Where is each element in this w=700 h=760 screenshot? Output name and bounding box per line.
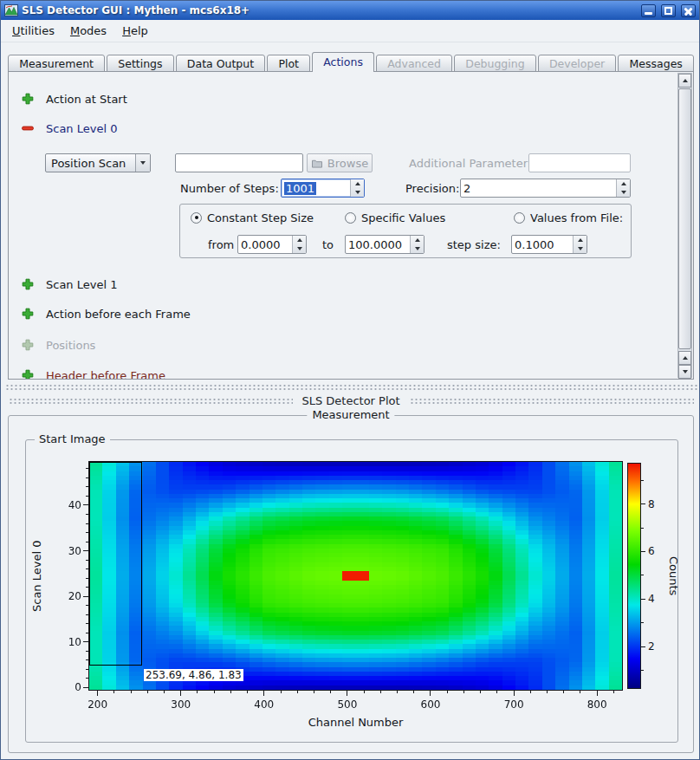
x-tick-label: 200 bbox=[81, 698, 115, 711]
scan-mode-value: Position Scan bbox=[46, 154, 135, 172]
number-of-steps-spinbox[interactable]: 1001 bbox=[281, 179, 365, 198]
tab-settings[interactable]: Settings bbox=[107, 55, 174, 72]
additional-parameter-input[interactable] bbox=[528, 153, 631, 172]
x-axis-tick bbox=[347, 691, 347, 696]
spin-down-button[interactable] bbox=[351, 188, 364, 197]
x-axis-tick bbox=[597, 691, 598, 696]
number-of-steps-label: Number of Steps: bbox=[180, 182, 277, 195]
x-axis-minor-tick bbox=[247, 691, 248, 693]
spin-up-button[interactable] bbox=[574, 236, 587, 244]
tab-plot[interactable]: Plot bbox=[267, 55, 310, 72]
cursor-position-readout: 253.69, 4.86, 1.83 bbox=[144, 669, 243, 681]
radio-values-from-file[interactable]: Values from File: bbox=[514, 211, 623, 224]
expand-plus-icon-disabled bbox=[21, 338, 35, 352]
scroll-up-button-bottom[interactable] bbox=[678, 351, 691, 365]
y-axis-minor-tick bbox=[86, 605, 88, 606]
y-axis-minor-tick bbox=[86, 578, 88, 579]
colorbar-minor-tick bbox=[641, 528, 644, 529]
y-axis-minor-tick bbox=[86, 496, 88, 497]
splitter-handle[interactable] bbox=[4, 383, 697, 391]
colorbar-tick-label: 6 bbox=[648, 545, 667, 557]
x-axis-minor-tick bbox=[447, 691, 448, 693]
heatmap-canvas[interactable] bbox=[89, 462, 622, 690]
scan-level-1-row: Scan Level 1 bbox=[21, 276, 117, 292]
scan-mode-combobox[interactable]: Position Scan bbox=[45, 153, 151, 172]
scroll-up-button[interactable] bbox=[678, 74, 691, 88]
expand-plus-icon[interactable] bbox=[21, 277, 35, 291]
y-axis-minor-tick bbox=[86, 532, 88, 533]
expand-plus-icon[interactable] bbox=[21, 368, 35, 380]
scrollbar-thumb[interactable] bbox=[678, 88, 691, 349]
maximize-icon bbox=[664, 7, 672, 15]
x-tick-label: 700 bbox=[496, 698, 531, 711]
y-axis-minor-tick bbox=[86, 514, 88, 515]
from-spinbox[interactable]: 0.0000 bbox=[237, 235, 307, 254]
x-axis-minor-tick bbox=[397, 691, 398, 693]
tab-measurement[interactable]: Measurement bbox=[8, 55, 105, 72]
radio-values-from-file-label: Values from File: bbox=[530, 211, 623, 224]
expand-plus-icon[interactable] bbox=[21, 307, 35, 321]
x-axis-title: Channel Number bbox=[89, 716, 622, 729]
positions-row: Positions bbox=[21, 337, 95, 353]
vertical-scrollbar[interactable] bbox=[677, 73, 692, 378]
expand-plus-icon[interactable] bbox=[21, 92, 35, 106]
spin-up-button[interactable] bbox=[411, 236, 424, 244]
y-axis-title: Scan Level 0 bbox=[29, 461, 43, 691]
radio-constant-step-size[interactable]: Constant Step Size bbox=[191, 211, 314, 224]
plot-canvas-area[interactable]: 253.69, 4.86, 1.83 bbox=[88, 461, 623, 691]
x-axis-tick bbox=[263, 691, 264, 696]
minimize-button[interactable] bbox=[641, 4, 656, 17]
menu-utilities[interactable]: Utilities bbox=[4, 21, 62, 41]
x-axis-tick bbox=[180, 691, 181, 696]
collapse-minus-icon[interactable] bbox=[21, 121, 35, 135]
x-axis-tick bbox=[97, 691, 98, 696]
spin-down-button[interactable] bbox=[617, 188, 630, 197]
y-axis-tick bbox=[83, 550, 88, 551]
tab-actions[interactable]: Actions bbox=[312, 52, 374, 72]
precision-spinbox[interactable]: 2 bbox=[460, 179, 631, 198]
scroll-down-icon bbox=[683, 370, 688, 374]
y-axis-tick bbox=[83, 504, 88, 505]
radio-icon[interactable] bbox=[345, 212, 356, 224]
y-axis-minor-tick bbox=[86, 651, 88, 652]
x-axis-minor-tick bbox=[480, 691, 481, 693]
y-axis-minor-tick bbox=[86, 614, 88, 615]
tab-bar: MeasurementSettingsData OutputPlotAction… bbox=[8, 52, 694, 72]
spin-down-button[interactable] bbox=[293, 244, 306, 253]
x-tick-label: 400 bbox=[247, 698, 282, 711]
spin-up-button[interactable] bbox=[293, 236, 306, 244]
maximize-button[interactable] bbox=[661, 4, 676, 17]
spin-down-button[interactable] bbox=[574, 244, 587, 253]
radio-constant-step-size-label: Constant Step Size bbox=[207, 211, 314, 224]
radio-icon[interactable] bbox=[514, 212, 525, 224]
app-icon bbox=[4, 3, 18, 17]
plot-dock-titlebar: SLS Detector Plot bbox=[8, 393, 694, 408]
spin-down-button[interactable] bbox=[411, 244, 424, 253]
radio-specific-values[interactable]: Specific Values bbox=[345, 211, 445, 224]
to-spinbox[interactable]: 100.0000 bbox=[345, 235, 425, 254]
scroll-down-button[interactable] bbox=[678, 365, 691, 379]
tab-messages[interactable]: Messages bbox=[618, 55, 694, 72]
radio-icon[interactable] bbox=[191, 212, 202, 224]
close-button[interactable] bbox=[681, 4, 696, 17]
spin-up-button[interactable] bbox=[617, 179, 630, 188]
to-value: 100.0000 bbox=[346, 236, 410, 253]
colorbar-tick-label: 2 bbox=[648, 640, 667, 653]
colorbar-tick bbox=[641, 551, 645, 552]
detector-plot: 253.69, 4.86, 1.83 Channel Number Scan L… bbox=[26, 440, 677, 742]
radio-specific-values-label: Specific Values bbox=[361, 211, 445, 224]
y-axis-minor-tick bbox=[86, 468, 88, 469]
menu-modes[interactable]: Modes bbox=[62, 21, 114, 41]
x-axis-minor-tick bbox=[563, 691, 564, 693]
step-size-spinbox[interactable]: 0.1000 bbox=[511, 235, 587, 254]
tab-data-output[interactable]: Data Output bbox=[176, 55, 266, 72]
window-title: SLS Detector GUI : Mythen - mcs6x18+ bbox=[22, 4, 636, 16]
additional-parameter-label: Additional Parameter: bbox=[409, 157, 531, 170]
spin-up-button[interactable] bbox=[351, 179, 364, 188]
combo-dropdown-arrow-icon[interactable] bbox=[135, 154, 150, 172]
scan-script-input[interactable] bbox=[175, 153, 303, 172]
menu-help[interactable]: Help bbox=[114, 21, 156, 41]
colorbar-gradient bbox=[628, 464, 640, 688]
action-before-each-frame-label: Action before each Frame bbox=[46, 308, 191, 321]
tab-developer: Developer bbox=[538, 55, 617, 72]
